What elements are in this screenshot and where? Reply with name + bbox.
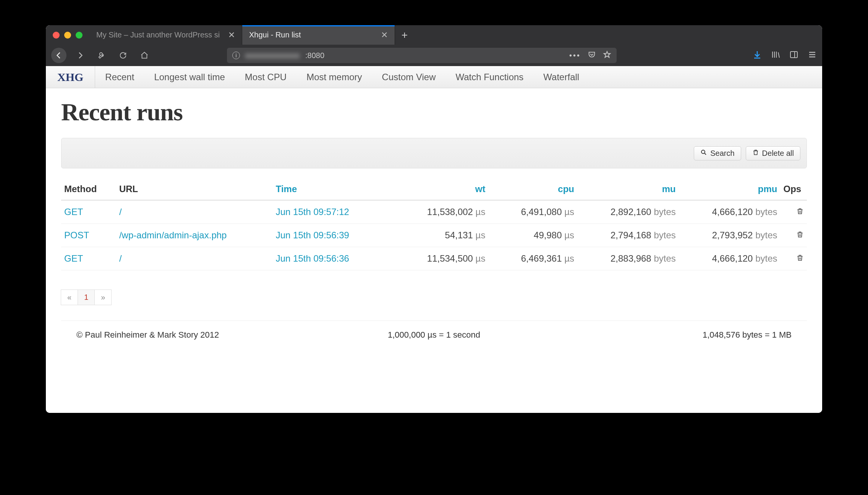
- row-mu: 2,892,160: [611, 207, 651, 217]
- unit-us: µs: [476, 253, 486, 264]
- row-url[interactable]: /: [119, 253, 122, 264]
- library-icon[interactable]: [771, 50, 780, 61]
- table-row: GET/Jun 15th 09:56:3611,534,500 µs6,469,…: [61, 247, 807, 270]
- th-pmu[interactable]: pmu: [679, 180, 781, 200]
- nav-longest-wall[interactable]: Longest wall time: [144, 66, 235, 88]
- forward-button[interactable]: [73, 48, 88, 63]
- pager-prev[interactable]: «: [61, 290, 78, 305]
- app-navbar: XHG Recent Longest wall time Most CPU Mo…: [46, 66, 822, 88]
- pager-next[interactable]: »: [94, 290, 112, 305]
- row-wt: 11,534,500: [427, 253, 473, 264]
- th-mu[interactable]: mu: [577, 180, 679, 200]
- row-url[interactable]: /wp-admin/admin-ajax.php: [119, 230, 227, 240]
- delete-all-label: Delete all: [762, 149, 794, 158]
- nav-watch-funcs[interactable]: Watch Functions: [446, 66, 534, 88]
- downloads-icon[interactable]: [753, 50, 762, 61]
- page-content: XHG Recent Longest wall time Most CPU Mo…: [46, 66, 822, 413]
- tab-title: My Site – Just another WordPress si: [96, 31, 220, 39]
- footer-time-legend: 1,000,000 µs = 1 second: [315, 330, 553, 340]
- reload-button[interactable]: [115, 48, 131, 63]
- browser-toolbar: i xxxxxxxxxxxxx :8080 •••: [46, 45, 822, 66]
- th-ops: Ops: [781, 180, 807, 200]
- pager: « 1 »: [61, 290, 807, 305]
- brand-logo[interactable]: XHG: [46, 66, 95, 88]
- row-method[interactable]: GET: [64, 207, 83, 217]
- close-window-button[interactable]: [53, 32, 60, 39]
- delete-run-button[interactable]: [796, 230, 804, 240]
- pager-current[interactable]: 1: [78, 290, 95, 305]
- new-tab-button[interactable]: +: [395, 25, 414, 45]
- row-mu: 2,794,168: [611, 230, 651, 240]
- unit-bytes: bytes: [654, 230, 675, 240]
- unit-us: µs: [564, 230, 574, 240]
- unit-bytes: bytes: [755, 253, 777, 264]
- window-controls: [46, 25, 89, 45]
- search-icon: [700, 149, 707, 158]
- footer-copyright: © Paul Reinheimer & Mark Story 2012: [76, 330, 315, 340]
- row-cpu: 6,491,080: [521, 207, 562, 217]
- titlebar: My Site – Just another WordPress si ✕ Xh…: [46, 25, 822, 45]
- row-wt: 11,538,002: [427, 207, 473, 217]
- table-header-row: Method URL Time wt cpu mu pmu Ops: [61, 180, 807, 200]
- address-bar[interactable]: i xxxxxxxxxxxxx :8080 •••: [227, 48, 617, 63]
- row-pmu: 4,666,120: [712, 207, 753, 217]
- unit-us: µs: [476, 230, 486, 240]
- svg-rect-0: [790, 52, 797, 58]
- svg-point-1: [701, 150, 705, 154]
- unit-us: µs: [564, 207, 574, 217]
- nav-most-memory[interactable]: Most memory: [296, 66, 372, 88]
- footer-bytes-legend: 1,048,576 bytes = 1 MB: [553, 330, 792, 340]
- th-wt[interactable]: wt: [391, 180, 489, 200]
- row-cpu: 6,469,361: [521, 253, 562, 264]
- row-cpu: 49,980: [534, 230, 562, 240]
- dev-tools-button[interactable]: [94, 48, 109, 63]
- bookmark-star-icon[interactable]: [603, 50, 611, 61]
- th-time[interactable]: Time: [273, 180, 391, 200]
- nav-recent[interactable]: Recent: [95, 66, 144, 88]
- url-visible: :8080: [305, 51, 324, 60]
- unit-bytes: bytes: [654, 253, 675, 264]
- minimize-window-button[interactable]: [64, 32, 71, 39]
- row-pmu: 2,793,952: [712, 230, 753, 240]
- search-button[interactable]: Search: [694, 146, 741, 160]
- nav-waterfall[interactable]: Waterfall: [533, 66, 589, 88]
- zoom-window-button[interactable]: [76, 32, 83, 39]
- sidebar-icon[interactable]: [789, 50, 798, 61]
- delete-all-button[interactable]: Delete all: [746, 146, 800, 160]
- row-url[interactable]: /: [119, 207, 122, 217]
- row-time[interactable]: Jun 15th 09:56:39: [276, 230, 349, 240]
- th-method: Method: [61, 180, 116, 200]
- back-button[interactable]: [51, 48, 66, 63]
- delete-run-button[interactable]: [796, 253, 804, 264]
- tab-title: Xhgui - Run list: [249, 31, 301, 39]
- unit-us: µs: [564, 253, 574, 264]
- row-pmu: 4,666,120: [712, 253, 753, 264]
- row-mu: 2,883,968: [611, 253, 651, 264]
- row-method[interactable]: POST: [64, 230, 89, 240]
- delete-run-button[interactable]: [796, 207, 804, 217]
- footer: © Paul Reinheimer & Mark Story 2012 1,00…: [46, 321, 822, 351]
- site-info-icon[interactable]: i: [232, 52, 240, 59]
- th-url: URL: [116, 180, 273, 200]
- close-tab-icon[interactable]: ✕: [381, 30, 388, 40]
- nav-custom-view[interactable]: Custom View: [372, 66, 446, 88]
- row-time[interactable]: Jun 15th 09:57:12: [276, 207, 349, 217]
- browser-tab-active[interactable]: Xhgui - Run list ✕: [242, 25, 395, 45]
- url-hidden: xxxxxxxxxxxxx: [245, 51, 300, 60]
- unit-bytes: bytes: [654, 207, 675, 217]
- browser-window: My Site – Just another WordPress si ✕ Xh…: [46, 25, 822, 413]
- menu-icon[interactable]: [808, 50, 817, 61]
- row-wt: 54,131: [445, 230, 473, 240]
- nav-most-cpu[interactable]: Most CPU: [235, 66, 296, 88]
- row-time[interactable]: Jun 15th 09:56:36: [276, 253, 349, 264]
- table-row: POST/wp-admin/admin-ajax.phpJun 15th 09:…: [61, 224, 807, 247]
- row-method[interactable]: GET: [64, 253, 83, 264]
- th-cpu[interactable]: cpu: [488, 180, 577, 200]
- page-actions-icon[interactable]: •••: [569, 51, 581, 60]
- home-button[interactable]: [137, 48, 152, 63]
- runs-table: Method URL Time wt cpu mu pmu Ops GET/Ju…: [61, 180, 807, 270]
- browser-tab-inactive[interactable]: My Site – Just another WordPress si ✕: [89, 25, 242, 45]
- close-tab-icon[interactable]: ✕: [228, 30, 235, 40]
- unit-bytes: bytes: [755, 207, 777, 217]
- pocket-icon[interactable]: [588, 50, 596, 61]
